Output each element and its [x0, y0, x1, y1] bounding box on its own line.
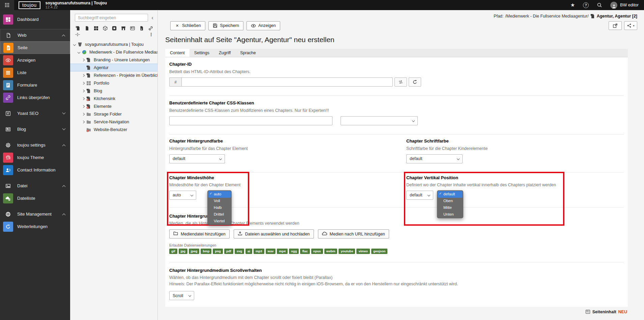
tree-chevron-icon[interactable]	[72, 43, 77, 45]
sidebar-item-formulare[interactable]: Formulare	[0, 79, 70, 91]
sidebar-item-yoast-seo[interactable]: Yoast SEO	[0, 107, 70, 120]
sidebar-item-seite[interactable]: Seite	[0, 41, 70, 54]
sidebar-item-links-berpr-fen[interactable]: Links überprüfen	[0, 91, 70, 104]
min-height-select[interactable]: auto	[169, 191, 196, 200]
dropdown-option-viertel[interactable]: Viertel	[208, 218, 231, 224]
tree-more-icon[interactable]: ⋮	[149, 32, 153, 37]
regenerate-button[interactable]	[409, 77, 421, 87]
sidebar-item-toujou-theme[interactable]: toujou Theme	[0, 151, 70, 164]
speichern-button[interactable]: Speichern	[208, 21, 243, 30]
shop-icon[interactable]	[120, 25, 126, 31]
docheader-buttons: ×SchließenSpeichernAnzeigen	[170, 21, 280, 30]
dropdown-option-default[interactable]: ✓default	[438, 191, 463, 198]
transliteration-button[interactable]	[394, 77, 407, 87]
content-element-icon	[585, 309, 590, 314]
tree-item-service-navigation[interactable]: Service-Navigation	[70, 118, 157, 126]
tab-sprache[interactable]: Sprache	[235, 49, 261, 57]
bg-color-select[interactable]: default	[169, 154, 225, 163]
tree-item-portfolio[interactable]: Portfolio	[70, 79, 157, 87]
search-icon[interactable]	[597, 2, 602, 8]
module-menu-toggle-button[interactable]	[0, 0, 14, 10]
dropdown-option-label: Oben	[443, 199, 453, 203]
sidebar-item-site-management[interactable]: Site Management	[0, 208, 70, 220]
sidebar-item-toujou-settings[interactable]: toujou settings	[0, 139, 70, 151]
tree-item-agentur[interactable]: Agentur	[70, 64, 157, 71]
collapse-tree-icon[interactable]: ‹	[151, 15, 153, 21]
tree-item-soyagunsarufutsumura-toujou[interactable]: soyagunsarufutsumura | Toujou	[70, 40, 157, 48]
view-webpage-button[interactable]	[609, 21, 622, 30]
font-color-select[interactable]: default	[406, 154, 463, 163]
tree-chevron-icon[interactable]	[81, 113, 86, 115]
anzeigen-button[interactable]: Anzeigen	[246, 21, 280, 30]
vertical-position-select[interactable]: default	[406, 191, 433, 200]
tree-item-website-benutzer[interactable]: Website-Benutzer	[70, 126, 157, 133]
record-cube-icon[interactable]	[103, 25, 108, 31]
toujou-logo[interactable]: toujou	[19, 1, 40, 9]
tree-chevron-icon[interactable]	[81, 121, 86, 123]
tree-item-medienwerk-die-fullservice-mediaagentur[interactable]: Medienwerk - Die Fullservice Mediaagentu…	[70, 48, 157, 56]
tree-item-branding-unsere-leistungen[interactable]: Branding - Unsere Leistungen	[70, 56, 157, 64]
page-link-icon[interactable]	[139, 25, 144, 31]
dropdown-option-auto[interactable]: ✓auto	[208, 191, 231, 198]
tree-chevron-icon[interactable]	[77, 51, 81, 53]
sidebar-item-contact-information[interactable]: Contact Information	[0, 164, 70, 176]
sidebar-item-datei[interactable]: Datei	[0, 180, 70, 192]
tree-chevron-icon[interactable]	[81, 90, 86, 92]
medien-nach-url-hinzuf-gen-button[interactable]: Medien nach URL hinzufügen	[318, 229, 389, 238]
sidebar-item-anzeigen[interactable]: Anzeigen	[0, 54, 70, 66]
page-icon[interactable]	[84, 25, 90, 31]
mediendatei-hinzuf-gen-button[interactable]: Mediendatei hinzufügen	[169, 229, 230, 238]
dropdown-option-oben[interactable]: Oben	[438, 198, 463, 204]
tree-item-storage-folder[interactable]: Storage Folder	[70, 110, 157, 118]
bg-media-desc: Medien, die als Hintergrund des Chapter …	[169, 221, 624, 226]
chapter-id-input[interactable]	[181, 77, 393, 87]
dropdown-option-unten[interactable]: Unten	[438, 211, 463, 218]
sidebar-item-liste[interactable]: Liste	[0, 66, 70, 79]
tree-chevron-icon[interactable]	[81, 98, 86, 100]
tree-item-kitchensink[interactable]: Kitchensink	[70, 95, 157, 102]
card-icon[interactable]	[129, 25, 135, 31]
sidebar-item-dateiliste[interactable]: Dateiliste	[0, 192, 70, 204]
tree-item-label: Branding - Unsere Leistungen	[94, 58, 150, 62]
breadcrumb-record[interactable]: Agentur, Agentur [2]	[597, 14, 637, 19]
dropdown-option-mitte[interactable]: Mitte	[438, 204, 463, 211]
typo3-backend: toujou soyagunsarufutsumura | Toujou 12.…	[0, 0, 644, 320]
help-icon[interactable]: ?	[583, 2, 589, 8]
dropdown-option-drittel[interactable]: Drittel	[208, 211, 231, 218]
toolbar-resize-handle[interactable]	[75, 33, 80, 36]
tree-chevron-icon[interactable]	[81, 82, 86, 84]
bookmark-star-icon[interactable]: ★	[570, 2, 575, 8]
scroll-select[interactable]: Scroll	[169, 291, 194, 300]
extension-badge-ai: ai	[245, 249, 252, 254]
dateien-ausw-hlen-und-hochladen-button[interactable]: Dateien auswählen und hochladen	[234, 229, 314, 238]
tree-chevron-icon[interactable]	[81, 59, 86, 61]
sidebar-item-weiterleitungen[interactable]: Weiterleitungen	[0, 220, 70, 233]
min-height-desc: Mindesthöhe für den Chapter Element	[169, 183, 406, 188]
sidebar-item-blog[interactable]: Blog	[0, 123, 70, 135]
special-star-icon[interactable]	[112, 25, 117, 31]
tab-content[interactable]: Content	[165, 49, 189, 57]
share-button[interactable]: ▾	[624, 21, 637, 30]
tree-chevron-icon[interactable]	[81, 105, 86, 107]
tree-item-elemente[interactable]: Elemente	[70, 102, 157, 110]
tree-search-input[interactable]	[75, 14, 148, 22]
sidebar-item-dashboard[interactable]: Dashboard	[0, 13, 70, 26]
close-icon: ×	[175, 23, 180, 28]
css-classes-input[interactable]	[169, 116, 332, 125]
user-menu[interactable]: BW editor	[610, 2, 639, 9]
content-grid-icon[interactable]	[93, 25, 99, 31]
page-restricted-icon	[86, 96, 92, 101]
tree-chevron-icon[interactable]	[81, 74, 86, 76]
dropdown-option-voll[interactable]: Voll	[208, 198, 231, 204]
dropdown-option-halb[interactable]: Halb	[208, 204, 231, 211]
sidebar-item-web[interactable]: Web	[0, 29, 70, 41]
tab-settings[interactable]: Settings	[189, 49, 214, 57]
tab-zugriff[interactable]: Zugriff	[214, 49, 235, 57]
tree-item-referenzen-projekte-im-berblick[interactable]: Referenzen - Projekte im Überblick	[70, 71, 157, 79]
yoast-icon	[3, 108, 13, 119]
tree-item-blog[interactable]: Blog	[70, 87, 157, 95]
link-icon[interactable]	[148, 25, 153, 31]
css-classes-select[interactable]	[341, 116, 418, 125]
schlie-en-button[interactable]: ×Schließen	[170, 21, 205, 30]
new-page-icon[interactable]	[75, 25, 81, 31]
